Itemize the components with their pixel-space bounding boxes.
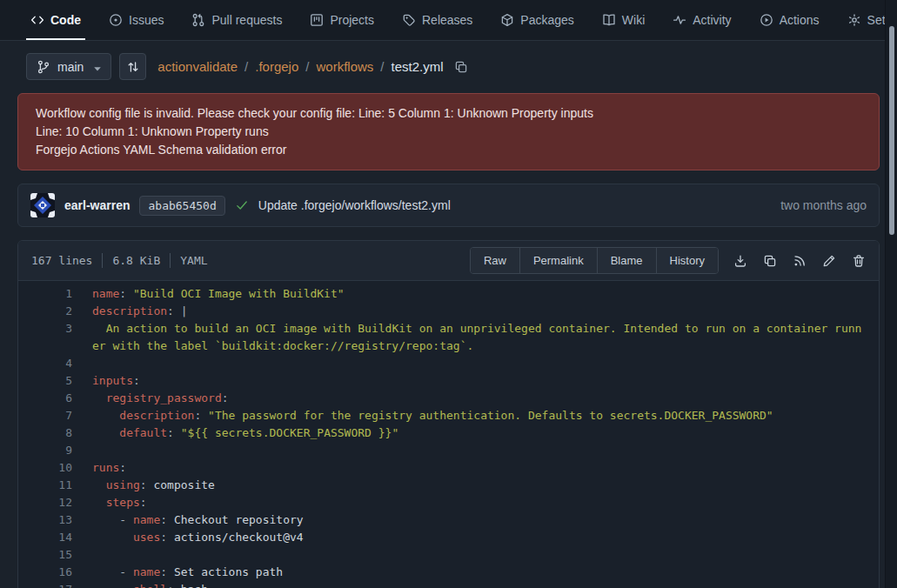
commit-status-success[interactable]: [235, 198, 249, 212]
line-number[interactable]: 11: [18, 477, 72, 494]
raw-button[interactable]: Raw: [471, 248, 519, 273]
rss-button[interactable]: [787, 249, 811, 272]
divider: [102, 253, 103, 268]
breadcrumb-dir-link-1[interactable]: workflows: [316, 59, 373, 74]
tab-wiki[interactable]: Wiki: [602, 0, 645, 40]
file-info: 167 lines 6.8 KiB YAML: [31, 253, 208, 268]
breadcrumb: actionvalidate/.forgejo/workflows/test2.…: [157, 59, 467, 74]
permalink-button[interactable]: Permalink: [519, 248, 597, 273]
tab-projects[interactable]: Projects: [310, 0, 374, 40]
tag-icon: [402, 13, 416, 27]
breadcrumb-repo-link[interactable]: actionvalidate: [157, 59, 238, 74]
avatar[interactable]: [30, 193, 55, 217]
history-button[interactable]: History: [656, 248, 718, 273]
commit-sha-badge[interactable]: abab65450d: [139, 196, 224, 216]
scrollbar-thumb[interactable]: [889, 26, 894, 235]
copy-icon: [763, 254, 777, 268]
file-action-icons: [728, 249, 870, 272]
line-number[interactable]: 7: [18, 407, 72, 424]
tab-issues[interactable]: Issues: [109, 0, 164, 40]
copy-icon: [454, 60, 468, 74]
play-icon: [760, 13, 773, 27]
line-number[interactable]: 16: [18, 564, 72, 581]
line-content: name: "Build OCI Image with BuildKit": [72, 285, 879, 303]
branch-selector-button[interactable]: main: [26, 53, 111, 80]
copy-button[interactable]: [758, 249, 781, 272]
tab-activity[interactable]: Activity: [673, 0, 731, 40]
code-line: 15: [18, 546, 879, 564]
line-content: steps:: [72, 494, 879, 511]
code-line: 17 shell: bash: [18, 581, 879, 588]
line-content: - name: Checkout repository: [72, 511, 879, 529]
code-line: 13 - name: Checkout repository: [18, 511, 879, 529]
code-line: 7 description: "The password for the reg…: [18, 407, 879, 424]
line-number[interactable]: 8: [18, 424, 72, 442]
code-line: 10runs:: [18, 459, 879, 477]
line-number[interactable]: 1: [18, 285, 72, 303]
book-icon: [602, 13, 616, 27]
code-line: 1name: "Build OCI Image with BuildKit": [18, 285, 879, 303]
line-content: uses: actions/checkout@v4: [72, 529, 879, 546]
line-number[interactable]: 10: [18, 459, 72, 477]
check-icon: [235, 198, 249, 212]
compare-button[interactable]: [119, 53, 146, 80]
settings-icon: [847, 13, 861, 27]
tab-code[interactable]: Code: [30, 0, 81, 40]
code-line: 12 steps:: [18, 494, 879, 511]
line-number[interactable]: 17: [18, 581, 72, 588]
tab-pull-requests[interactable]: Pull requests: [191, 0, 282, 40]
delete-button[interactable]: [847, 249, 870, 272]
file-size: 6.8 KiB: [112, 254, 160, 267]
code-view: 1name: "Build OCI Image with BuildKit"2d…: [18, 281, 879, 588]
breadcrumb-dir-link-0[interactable]: .forgejo: [255, 59, 298, 74]
line-number[interactable]: 9: [18, 442, 72, 459]
commit-author[interactable]: earl-warren: [64, 198, 130, 212]
line-number[interactable]: 15: [18, 546, 72, 564]
code-line: 5inputs:: [18, 372, 879, 390]
latest-commit-box: earl-warren abab65450d Update .forgejo/w…: [17, 184, 880, 227]
branch-breadcrumb-row: main actionvalidate/.forgejo/workflows/t…: [0, 41, 897, 91]
line-content: description: "The password for the regis…: [72, 407, 879, 424]
code-line: 4: [18, 355, 879, 372]
error-banner: Workflow config file is invalid. Please …: [17, 93, 880, 170]
code-line: 9: [18, 442, 879, 459]
tab-label: Releases: [422, 13, 472, 27]
line-number[interactable]: 6: [18, 390, 72, 407]
edit-icon: [822, 254, 836, 268]
line-content: [72, 546, 879, 564]
delete-icon: [852, 254, 866, 268]
line-content: using: composite: [72, 477, 879, 494]
line-content: description: |: [72, 303, 879, 320]
commit-message[interactable]: Update .forgejo/workflows/test2.yml: [258, 198, 451, 212]
error-line-3: Forgejo Actions YAML Schema validation e…: [36, 141, 861, 159]
code-line: 11 using: composite: [18, 477, 879, 494]
activity-icon: [673, 13, 686, 27]
tab-label: Projects: [330, 13, 374, 27]
tab-actions[interactable]: Actions: [760, 0, 820, 40]
line-content: registry_password:: [72, 390, 879, 407]
tab-label: Activity: [693, 13, 731, 27]
tab-packages[interactable]: Packages: [500, 0, 573, 40]
commit-time: two months ago: [780, 198, 867, 212]
line-number[interactable]: 3: [18, 320, 72, 355]
pull-request-icon: [191, 13, 205, 27]
line-number[interactable]: 5: [18, 372, 72, 390]
line-number[interactable]: 2: [18, 303, 72, 320]
copy-path-button[interactable]: [454, 60, 468, 74]
breadcrumb-file-name: test2.yml: [392, 59, 444, 74]
line-content: inputs:: [72, 372, 879, 390]
divider: [170, 253, 171, 268]
line-number[interactable]: 13: [18, 511, 72, 529]
line-number[interactable]: 4: [18, 355, 72, 372]
blame-button[interactable]: Blame: [597, 248, 656, 273]
edit-button[interactable]: [817, 249, 840, 272]
download-icon: [733, 254, 747, 268]
tab-releases[interactable]: Releases: [402, 0, 472, 40]
line-content: [72, 442, 879, 459]
line-number[interactable]: 14: [18, 529, 72, 546]
error-line-1: Workflow config file is invalid. Please …: [36, 104, 861, 123]
branch-icon: [37, 60, 50, 74]
line-number[interactable]: 12: [18, 494, 72, 511]
issue-icon: [109, 13, 123, 27]
download-button[interactable]: [728, 249, 752, 272]
